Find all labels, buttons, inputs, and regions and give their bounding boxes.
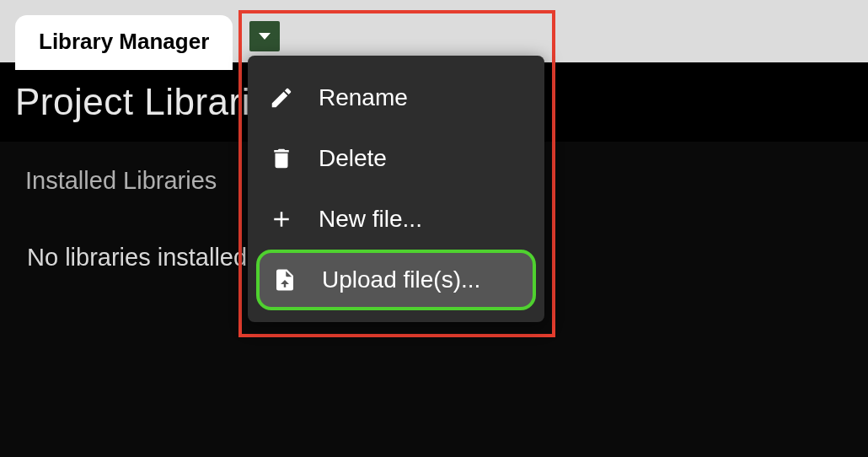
menu-item-upload-files[interactable]: Upload file(s)... bbox=[256, 250, 536, 310]
plus-icon bbox=[266, 204, 297, 234]
tab-label: Library Manager bbox=[39, 29, 209, 54]
menu-label: Upload file(s)... bbox=[322, 266, 480, 293]
dropdown-menu: Rename Delete New file... Upload file(s)… bbox=[248, 56, 544, 322]
caret-down-icon bbox=[259, 33, 271, 40]
file-upload-icon bbox=[270, 265, 300, 295]
dropdown-toggle-button[interactable] bbox=[249, 21, 280, 51]
menu-item-rename[interactable]: Rename bbox=[256, 67, 536, 128]
menu-label: New file... bbox=[319, 206, 422, 233]
tab-library-manager[interactable]: Library Manager bbox=[15, 15, 233, 70]
pencil-icon bbox=[266, 83, 297, 113]
menu-item-delete[interactable]: Delete bbox=[256, 128, 536, 189]
menu-label: Delete bbox=[319, 145, 387, 172]
menu-label: Rename bbox=[319, 84, 408, 111]
trash-icon bbox=[266, 143, 297, 174]
menu-item-new-file[interactable]: New file... bbox=[256, 189, 536, 250]
top-bar: Library Manager bbox=[0, 0, 868, 62]
